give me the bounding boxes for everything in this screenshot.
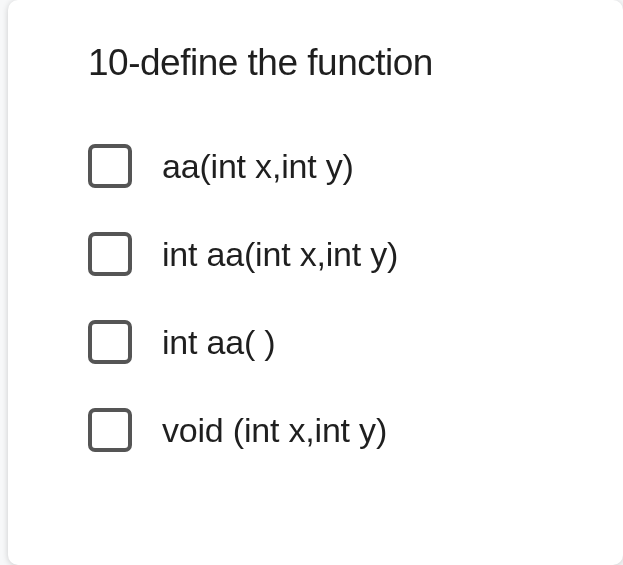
option-label: int aa(int x,int y) xyxy=(162,235,398,274)
option-row: int aa(int x,int y) xyxy=(88,232,563,276)
option-label: int aa( ) xyxy=(162,323,275,362)
checkbox-option-1[interactable] xyxy=(88,144,132,188)
checkbox-option-3[interactable] xyxy=(88,320,132,364)
option-row: aa(int x,int y) xyxy=(88,144,563,188)
question-title: 10-define the function xyxy=(88,42,563,84)
checkbox-option-4[interactable] xyxy=(88,408,132,452)
question-card: 10-define the function aa(int x,int y) i… xyxy=(8,0,623,565)
checkbox-option-2[interactable] xyxy=(88,232,132,276)
option-row: int aa( ) xyxy=(88,320,563,364)
option-label: aa(int x,int y) xyxy=(162,147,354,186)
options-list: aa(int x,int y) int aa(int x,int y) int … xyxy=(88,144,563,452)
option-row: void (int x,int y) xyxy=(88,408,563,452)
option-label: void (int x,int y) xyxy=(162,411,387,450)
